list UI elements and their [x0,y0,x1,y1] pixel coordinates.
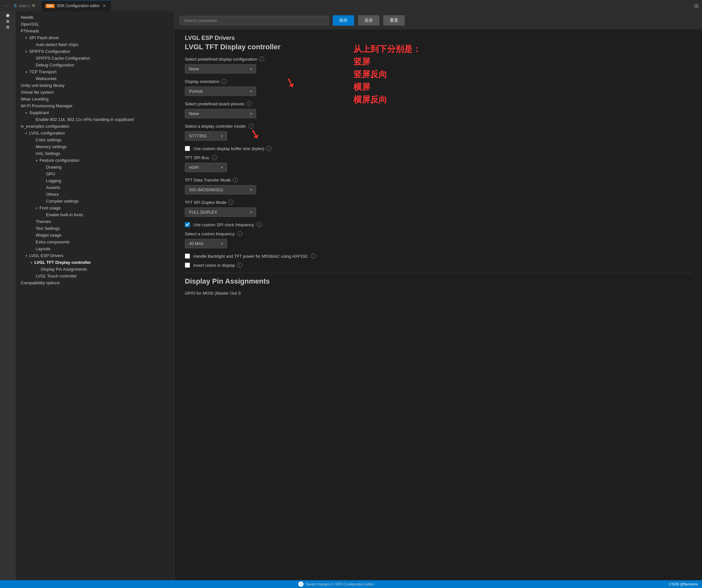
display-controller-select[interactable]: ST7735S ILI9341 Other [185,131,227,141]
sidebar-item[interactable]: Themes [16,218,174,225]
sidebar-item[interactable]: Auto-detect flash chips [16,41,174,48]
backlight-handle-info-icon[interactable]: i [311,254,316,259]
custom-buffer-checkbox[interactable] [185,146,190,151]
custom-frequency-label: Select a custom frequency. i [185,231,692,236]
sidebar-item[interactable]: Text Settings [16,225,174,232]
display-orientation-label: Display orientation i [185,79,692,84]
sidebar-item-label: Layouts [36,246,50,251]
tft-spi-duplex-label: TFT SPI Duplex Mode i [185,200,692,205]
sidebar-item[interactable]: Compiler settings [16,198,174,204]
tab-close-icon[interactable]: ✕ [102,3,107,8]
custom-spi-clock-checkbox[interactable] [185,222,190,227]
activity-dot-3[interactable] [6,26,9,29]
custom-buffer-label: Use custom display buffer size (bytes) i [193,146,271,151]
status-message: Saved changes in SDK Configuration edito… [306,582,374,586]
sidebar-item[interactable]: lv_examples configuration [16,123,174,130]
search-input[interactable] [180,16,329,25]
sidebar-item-label: LVGL configuration [29,131,65,136]
section-title: LVGL ESP Drivers [185,35,692,41]
sidebar-item[interactable]: Enable 802.11k, 802.11v APIs handling in… [16,116,174,123]
sidebar-item[interactable]: ▼Supplicant [16,109,174,116]
custom-frequency-select-wrapper: 40 MHz 80 MHz 20 MHz ▼ [185,239,227,248]
custom-spi-clock-info-icon[interactable]: i [257,222,262,227]
sidebar-item[interactable]: ▼SPIFFS Configuration [16,48,174,55]
tft-spi-duplex-select[interactable]: FULL DUPLEX HALF DUPLEX [185,207,256,217]
custom-frequency-info-icon[interactable]: i [237,231,243,236]
sidebar-item[interactable]: Enable built-in fonts [16,211,174,218]
sidebar-item-label: Logging [46,178,61,183]
tft-spi-bus-select[interactable]: HSPI VSPI [185,163,227,172]
status-info: i Saved changes in SDK Configuration edi… [298,582,374,587]
sidebar-item[interactable]: Unity unit testing library [16,82,174,89]
split-editor-icon[interactable]: ⊞ [694,2,699,9]
invert-colors-info-icon[interactable]: i [237,263,242,268]
sidebar-item[interactable]: Memory settings [16,143,174,150]
tft-data-transfer-select[interactable]: SIO (MOSI/MISO) DIO QIO [185,185,256,194]
status-info-icon: i [298,582,304,587]
tab-sdk-config[interactable]: SDK SDK Configuration editor ✕ [41,0,111,11]
activity-dot-2[interactable] [6,20,9,23]
status-bar: i Saved changes in SDK Configuration edi… [0,580,702,588]
sidebar-item-label: Themes [36,219,51,224]
title-bar: ··· C main.c M SDK SDK Configuration edi… [0,0,702,11]
sidebar-item[interactable]: Compatibility options [16,279,174,286]
sidebar-item[interactable]: ▼Font usage [16,204,174,211]
sidebar-item-label: Extra components [36,240,70,245]
sidebar-item[interactable]: Debug Configuration [16,61,174,68]
tab-main-c[interactable]: C main.c M [10,0,38,11]
predefined-display-select[interactable]: None Other [185,64,256,74]
sidebar-item[interactable]: LVGL Touch controller [16,273,174,279]
expand-open-icon: ▼ [35,206,38,210]
sidebar-item[interactable]: ▼Feature configuration [16,157,174,164]
tft-spi-duplex-info-icon[interactable]: i [228,200,233,205]
tft-data-transfer-info-icon[interactable]: i [233,177,238,182]
sidebar-item[interactable]: OpenSSL [16,21,174,27]
sidebar-item[interactable]: Wear Levelling [16,96,174,103]
sidebar-item[interactable]: Virtual file system [16,89,174,96]
sidebar-item[interactable]: Widget usage [16,232,174,239]
sidebar-item-label: Asserts [46,185,60,190]
sidebar-item-label: Enable built-in fonts [46,212,83,217]
custom-frequency-select[interactable]: 40 MHz 80 MHz 20 MHz [185,239,227,248]
activity-dot-1[interactable] [6,14,9,17]
discard-button[interactable]: 丢弃 [358,15,379,26]
sidebar-item[interactable]: HAL Settings [16,150,174,157]
custom-buffer-info-icon[interactable]: i [266,146,271,151]
sidebar-item-label: LVGL ESP Drivers [29,253,64,258]
sidebar-item[interactable]: Layouts [16,245,174,252]
display-orientation-info-icon[interactable]: i [221,79,227,84]
sidebar-item[interactable]: SPIFFS Cache Configuration [16,55,174,61]
sidebar-item[interactable]: Extra components [16,239,174,245]
sidebar-item[interactable]: ▼LVGL ESP Drivers [16,252,174,259]
sidebar-item[interactable]: Newlib [16,14,174,21]
sidebar-item[interactable]: Color settings [16,136,174,143]
display-pin-title: Display Pin Assignments [185,277,692,286]
more-icon[interactable]: ··· [3,3,7,9]
display-orientation-select[interactable]: Portrait Portrait Inverted Landscape Lan… [185,87,256,96]
display-pin-section: Display Pin Assignments GPIO for MOSI (M… [185,273,692,296]
save-button[interactable]: 保存 [333,15,354,26]
sidebar-item[interactable]: GPU [16,170,174,177]
backlight-handle-checkbox[interactable] [185,254,190,259]
display-controller-info-icon[interactable]: i [249,124,254,129]
sidebar-item[interactable]: Others [16,191,174,198]
editor-area: 保存 丢弃 重置 LVGL ESP Drivers LVGL TFT Displ… [174,11,702,580]
tft-spi-bus-info-icon[interactable]: i [212,155,217,160]
sidebar-item[interactable]: PThreads [16,27,174,34]
sidebar-item[interactable]: Wi-Fi Provisioning Manager [16,103,174,109]
sidebar-item[interactable]: Logging [16,177,174,184]
predefined-display-info-icon[interactable]: i [259,56,264,61]
sidebar-item[interactable]: Drawing [16,164,174,170]
predefined-board-select[interactable]: None Other [185,109,256,118]
predefined-board-info-icon[interactable]: i [246,101,252,106]
sidebar-item[interactable]: Asserts [16,184,174,191]
sidebar-item[interactable]: ▼SPI Flash driver [16,34,174,41]
invert-colors-checkbox[interactable] [185,263,190,268]
sidebar-item[interactable]: Display Pin Assignments [16,266,174,273]
sidebar-item[interactable]: ▼TCP Transport [16,68,174,75]
sidebar-item[interactable]: ▼LVGL configuration [16,130,174,136]
reset-button[interactable]: 重置 [383,15,405,26]
predefined-board-select-wrapper: None Other ▼ [185,109,256,118]
sidebar-item[interactable]: Websocket [16,75,174,82]
sidebar-item[interactable]: ▼LVGL TFT Display controller [16,259,174,266]
